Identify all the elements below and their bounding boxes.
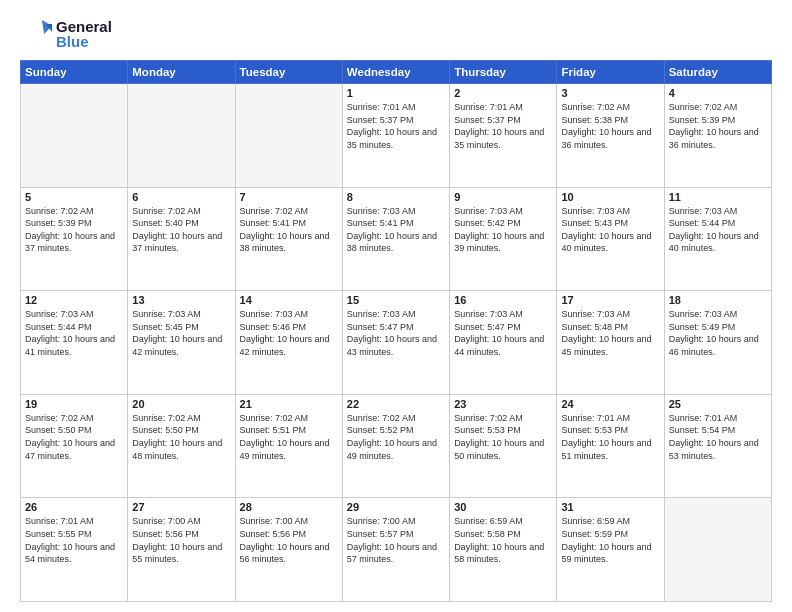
sunset-label: Sunset: 5:39 PM — [25, 218, 92, 228]
sunrise-label: Sunrise: 7:03 AM — [25, 309, 94, 319]
day-info: Sunrise: 7:03 AM Sunset: 5:41 PM Dayligh… — [347, 205, 445, 255]
day-number: 26 — [25, 501, 123, 513]
sunset-label: Sunset: 5:46 PM — [240, 322, 307, 332]
sunset-label: Sunset: 5:47 PM — [347, 322, 414, 332]
calendar-cell: 23 Sunrise: 7:02 AM Sunset: 5:53 PM Dayl… — [450, 394, 557, 498]
day-info: Sunrise: 7:03 AM Sunset: 5:44 PM Dayligh… — [669, 205, 767, 255]
calendar-cell: 29 Sunrise: 7:00 AM Sunset: 5:57 PM Dayl… — [342, 498, 449, 602]
calendar-cell: 21 Sunrise: 7:02 AM Sunset: 5:51 PM Dayl… — [235, 394, 342, 498]
calendar-cell: 19 Sunrise: 7:02 AM Sunset: 5:50 PM Dayl… — [21, 394, 128, 498]
daylight-label: Daylight: 10 hours and 49 minutes. — [347, 438, 437, 461]
day-info: Sunrise: 7:03 AM Sunset: 5:47 PM Dayligh… — [347, 308, 445, 358]
day-info: Sunrise: 7:00 AM Sunset: 5:57 PM Dayligh… — [347, 515, 445, 565]
daylight-label: Daylight: 10 hours and 35 minutes. — [347, 127, 437, 150]
calendar-cell: 17 Sunrise: 7:03 AM Sunset: 5:48 PM Dayl… — [557, 291, 664, 395]
sunset-label: Sunset: 5:56 PM — [132, 529, 199, 539]
sunrise-label: Sunrise: 7:01 AM — [561, 413, 630, 423]
weekday-header-wednesday: Wednesday — [342, 61, 449, 84]
calendar-cell: 1 Sunrise: 7:01 AM Sunset: 5:37 PM Dayli… — [342, 84, 449, 188]
calendar-cell: 28 Sunrise: 7:00 AM Sunset: 5:56 PM Dayl… — [235, 498, 342, 602]
day-number: 19 — [25, 398, 123, 410]
day-number: 13 — [132, 294, 230, 306]
calendar-cell: 5 Sunrise: 7:02 AM Sunset: 5:39 PM Dayli… — [21, 187, 128, 291]
sunrise-label: Sunrise: 7:02 AM — [347, 413, 416, 423]
day-number: 4 — [669, 87, 767, 99]
calendar-cell: 18 Sunrise: 7:03 AM Sunset: 5:49 PM Dayl… — [664, 291, 771, 395]
logo-bird-icon — [20, 18, 52, 50]
sunrise-label: Sunrise: 7:01 AM — [25, 516, 94, 526]
day-number: 8 — [347, 191, 445, 203]
sunset-label: Sunset: 5:58 PM — [454, 529, 521, 539]
sunset-label: Sunset: 5:45 PM — [132, 322, 199, 332]
daylight-label: Daylight: 10 hours and 40 minutes. — [561, 231, 651, 254]
day-info: Sunrise: 7:02 AM Sunset: 5:50 PM Dayligh… — [132, 412, 230, 462]
logo-wordmark: General Blue — [20, 18, 112, 50]
calendar-cell: 13 Sunrise: 7:03 AM Sunset: 5:45 PM Dayl… — [128, 291, 235, 395]
sunset-label: Sunset: 5:42 PM — [454, 218, 521, 228]
daylight-label: Daylight: 10 hours and 54 minutes. — [25, 542, 115, 565]
day-info: Sunrise: 7:01 AM Sunset: 5:55 PM Dayligh… — [25, 515, 123, 565]
day-info: Sunrise: 7:03 AM Sunset: 5:49 PM Dayligh… — [669, 308, 767, 358]
sunrise-label: Sunrise: 7:02 AM — [240, 413, 309, 423]
sunset-label: Sunset: 5:50 PM — [25, 425, 92, 435]
daylight-label: Daylight: 10 hours and 45 minutes. — [561, 334, 651, 357]
logo-general-text: General — [56, 19, 112, 34]
sunrise-label: Sunrise: 7:03 AM — [561, 309, 630, 319]
calendar-cell: 27 Sunrise: 7:00 AM Sunset: 5:56 PM Dayl… — [128, 498, 235, 602]
day-number: 18 — [669, 294, 767, 306]
page: General Blue SundayMondayTuesdayWednesda… — [0, 0, 792, 612]
day-number: 1 — [347, 87, 445, 99]
day-info: Sunrise: 7:03 AM Sunset: 5:43 PM Dayligh… — [561, 205, 659, 255]
logo-blue-text: Blue — [56, 34, 112, 49]
sunrise-label: Sunrise: 7:03 AM — [240, 309, 309, 319]
sunrise-label: Sunrise: 7:02 AM — [25, 413, 94, 423]
calendar-cell: 31 Sunrise: 6:59 AM Sunset: 5:59 PM Dayl… — [557, 498, 664, 602]
day-info: Sunrise: 7:03 AM Sunset: 5:44 PM Dayligh… — [25, 308, 123, 358]
day-number: 7 — [240, 191, 338, 203]
calendar-cell — [235, 84, 342, 188]
weekday-header-monday: Monday — [128, 61, 235, 84]
day-number: 15 — [347, 294, 445, 306]
calendar-cell: 7 Sunrise: 7:02 AM Sunset: 5:41 PM Dayli… — [235, 187, 342, 291]
day-number: 27 — [132, 501, 230, 513]
week-row-3: 12 Sunrise: 7:03 AM Sunset: 5:44 PM Dayl… — [21, 291, 772, 395]
day-number: 30 — [454, 501, 552, 513]
day-info: Sunrise: 6:59 AM Sunset: 5:59 PM Dayligh… — [561, 515, 659, 565]
logo: General Blue — [20, 18, 112, 50]
daylight-label: Daylight: 10 hours and 37 minutes. — [132, 231, 222, 254]
weekday-header-friday: Friday — [557, 61, 664, 84]
sunrise-label: Sunrise: 7:03 AM — [561, 206, 630, 216]
sunset-label: Sunset: 5:56 PM — [240, 529, 307, 539]
daylight-label: Daylight: 10 hours and 49 minutes. — [240, 438, 330, 461]
calendar-cell: 9 Sunrise: 7:03 AM Sunset: 5:42 PM Dayli… — [450, 187, 557, 291]
day-number: 20 — [132, 398, 230, 410]
calendar-cell: 22 Sunrise: 7:02 AM Sunset: 5:52 PM Dayl… — [342, 394, 449, 498]
daylight-label: Daylight: 10 hours and 51 minutes. — [561, 438, 651, 461]
day-info: Sunrise: 7:02 AM Sunset: 5:40 PM Dayligh… — [132, 205, 230, 255]
day-number: 3 — [561, 87, 659, 99]
day-number: 29 — [347, 501, 445, 513]
day-info: Sunrise: 7:01 AM Sunset: 5:37 PM Dayligh… — [347, 101, 445, 151]
daylight-label: Daylight: 10 hours and 46 minutes. — [669, 334, 759, 357]
sunset-label: Sunset: 5:43 PM — [561, 218, 628, 228]
day-number: 28 — [240, 501, 338, 513]
daylight-label: Daylight: 10 hours and 58 minutes. — [454, 542, 544, 565]
day-number: 9 — [454, 191, 552, 203]
day-number: 31 — [561, 501, 659, 513]
day-number: 25 — [669, 398, 767, 410]
day-info: Sunrise: 7:03 AM Sunset: 5:45 PM Dayligh… — [132, 308, 230, 358]
sunset-label: Sunset: 5:53 PM — [561, 425, 628, 435]
calendar-cell: 11 Sunrise: 7:03 AM Sunset: 5:44 PM Dayl… — [664, 187, 771, 291]
day-number: 12 — [25, 294, 123, 306]
calendar-cell: 26 Sunrise: 7:01 AM Sunset: 5:55 PM Dayl… — [21, 498, 128, 602]
calendar-cell — [664, 498, 771, 602]
day-number: 10 — [561, 191, 659, 203]
daylight-label: Daylight: 10 hours and 41 minutes. — [25, 334, 115, 357]
sunset-label: Sunset: 5:41 PM — [240, 218, 307, 228]
sunrise-label: Sunrise: 7:01 AM — [454, 102, 523, 112]
day-number: 21 — [240, 398, 338, 410]
sunrise-label: Sunrise: 7:03 AM — [454, 309, 523, 319]
daylight-label: Daylight: 10 hours and 50 minutes. — [454, 438, 544, 461]
sunrise-label: Sunrise: 7:02 AM — [132, 413, 201, 423]
calendar-cell: 2 Sunrise: 7:01 AM Sunset: 5:37 PM Dayli… — [450, 84, 557, 188]
